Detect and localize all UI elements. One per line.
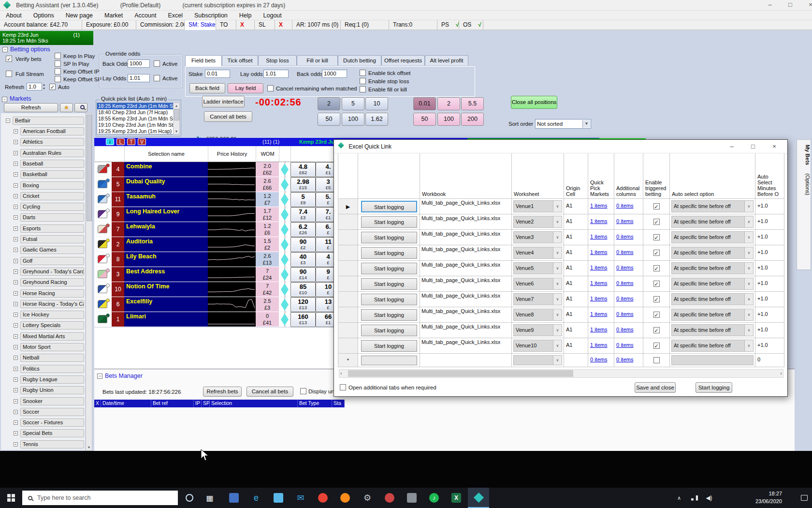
keep-in-play-checkbox[interactable] xyxy=(55,53,61,59)
chevron-down-icon[interactable]: ∨ xyxy=(744,247,753,258)
enable-tick-offset-checkbox[interactable] xyxy=(360,70,366,76)
tree-expand-icon[interactable]: + xyxy=(14,162,18,166)
dialog-row-selector[interactable] xyxy=(338,276,358,292)
worksheet-select[interactable]: Venue10∨ xyxy=(513,340,562,352)
settings-button[interactable]: ⚙ xyxy=(357,488,378,508)
back-price-cell[interactable]: 160£13 xyxy=(290,312,316,327)
full-stream-checkbox[interactable] xyxy=(6,71,12,77)
runner-name[interactable]: Excelfilly xyxy=(124,297,208,312)
chevron-down-icon[interactable]: ∨ xyxy=(553,278,562,289)
back-price-cell[interactable]: 90£14 xyxy=(290,267,316,282)
market-node-soccer-fixtures[interactable]: Soccer - Fixtures xyxy=(20,418,84,427)
chevron-down-icon[interactable]: ∨ xyxy=(553,294,562,305)
minimize-button[interactable]: – xyxy=(761,0,779,11)
additional-columns-link[interactable]: 0 items xyxy=(616,342,633,348)
runner-name[interactable]: Liimari xyxy=(124,312,208,327)
worksheet-select[interactable]: ∨ xyxy=(513,355,562,365)
stake-input[interactable]: 0.01 xyxy=(205,70,230,78)
quick-pick-markets-link[interactable]: 1 items xyxy=(590,234,607,239)
back-odds-input[interactable]: 1000 xyxy=(322,70,347,78)
verify-bets-checkbox[interactable] xyxy=(6,56,12,62)
workbook-cell[interactable]: Multi_tab_page_Quick_Links.xlsx xyxy=(420,199,512,214)
enable-triggered-checkbox[interactable] xyxy=(653,250,660,256)
worksheet-select[interactable]: Venue2∨ xyxy=(513,216,562,228)
markets-scrollbar[interactable]: ▼ xyxy=(86,113,92,451)
market-node-horse-racing-today-s-card[interactable]: Horse Racing - Today's Card xyxy=(20,300,84,308)
tray-chevron-button[interactable]: ∧ xyxy=(673,488,685,508)
override-back-odds-input[interactable]: 1000 xyxy=(128,60,150,68)
cancel-all-bets-button[interactable]: Cancel all bets xyxy=(204,111,252,122)
market-node-cycling[interactable]: Cycling xyxy=(20,203,84,211)
origin-cell[interactable]: A1 xyxy=(564,230,588,245)
chevron-down-icon[interactable]: ∨ xyxy=(553,201,562,212)
lay-active-checkbox[interactable] xyxy=(154,75,160,81)
hedge-diamond-icon[interactable] xyxy=(281,224,289,236)
start-logging-button[interactable]: Start logging xyxy=(361,247,417,259)
quick-pick-item[interactable]: 19:10 Chep 23rd Jun (1m Mdn Stks) xyxy=(97,122,179,128)
market-node-esports[interactable]: Esports xyxy=(20,224,84,233)
pinned-app-red-button[interactable] xyxy=(379,488,400,508)
market-node-lottery-specials[interactable]: Lottery Specials xyxy=(20,321,84,329)
dialog-hscrollbar[interactable]: ‹ › xyxy=(339,369,783,378)
minutes-before-cell[interactable]: +1.0 xyxy=(755,245,784,261)
tree-expand-icon[interactable]: + xyxy=(14,323,18,328)
market-node-cricket[interactable]: Cricket xyxy=(20,192,84,200)
dialog-start-logging-button[interactable]: Start logging xyxy=(696,382,732,393)
back-stake-preset[interactable]: 50 xyxy=(318,113,340,126)
workbook-cell[interactable]: Multi_tab_page_Quick_Links.xlsx xyxy=(420,214,512,230)
quick-pick-markets-link[interactable]: 0 items xyxy=(590,357,607,362)
minutes-before-cell[interactable]: 0 xyxy=(755,354,784,367)
close-all-positions-button[interactable]: Close all positions xyxy=(511,96,557,109)
quick-pick-markets-link[interactable]: 1 items xyxy=(590,296,607,301)
minutes-before-cell[interactable]: +1.0 xyxy=(755,230,784,245)
tree-expand-icon[interactable]: + xyxy=(14,172,18,177)
auto-select-option[interactable]: At specific time before off∨ xyxy=(671,247,754,259)
worksheet-select[interactable]: Venue5∨ xyxy=(513,262,562,274)
menu-item-help[interactable]: Help xyxy=(233,11,258,20)
chevron-down-icon[interactable]: ∨ xyxy=(744,325,753,336)
tab-stop-loss[interactable]: Stop loss xyxy=(258,55,297,65)
pinned-app-blue-button[interactable] xyxy=(223,488,245,508)
market-node-golf[interactable]: Golf xyxy=(20,257,84,265)
quick-pick-scrollbar[interactable]: ▲ ▼ xyxy=(173,103,180,134)
market-node-politics[interactable]: Politics xyxy=(20,365,84,373)
enable-fill-or-kill-checkbox[interactable] xyxy=(360,86,366,92)
store-button[interactable] xyxy=(268,488,289,508)
auto-select-option[interactable] xyxy=(671,355,754,365)
market-node-futsal[interactable]: Futsal xyxy=(20,235,84,243)
chevron-down-icon[interactable]: ∨ xyxy=(553,356,562,365)
lay-stake-preset[interactable]: 200 xyxy=(461,113,484,126)
back-stake-preset[interactable]: 5 xyxy=(342,97,364,110)
tray-volume-button[interactable]: ◀) xyxy=(702,488,716,508)
minutes-before-cell[interactable]: +1.0 xyxy=(755,307,784,323)
minutes-before-cell[interactable]: +1.0 xyxy=(755,323,784,338)
enable-triggered-checkbox[interactable] xyxy=(653,265,660,271)
tree-expand-icon[interactable]: + xyxy=(14,183,18,188)
spotify-button[interactable]: ♪ xyxy=(423,488,445,508)
tree-expand-icon[interactable]: + xyxy=(14,431,18,435)
markets-search-button[interactable] xyxy=(74,103,87,112)
worksheet-select[interactable]: Venue9∨ xyxy=(513,324,562,336)
tree-expand-icon[interactable]: + xyxy=(14,420,18,425)
quick-pick-item[interactable]: 19:25 Kemp 23rd Jun (1m Hcap) xyxy=(97,128,179,134)
additional-columns-link[interactable]: 0 items xyxy=(616,280,633,286)
maximize-button[interactable]: □ xyxy=(781,0,799,11)
tree-expand-icon[interactable]: + xyxy=(14,345,18,349)
market-bar-button-t[interactable]: T xyxy=(127,138,135,145)
start-logging-button[interactable]: Start logging xyxy=(361,340,417,352)
origin-cell[interactable]: A1 xyxy=(564,323,588,338)
market-node-gaelic-games[interactable]: Gaelic Games xyxy=(20,246,84,254)
minutes-before-cell[interactable]: +1.0 xyxy=(755,276,784,292)
start-logging-button[interactable]: Start logging xyxy=(361,263,417,274)
hedge-diamond-icon[interactable] xyxy=(281,299,289,311)
worksheet-select[interactable]: Venue4∨ xyxy=(513,247,562,259)
minutes-before-cell[interactable]: +1.0 xyxy=(755,338,784,354)
start-logging-button[interactable]: Start logging xyxy=(361,325,417,336)
tree-expand-icon[interactable]: + xyxy=(14,226,18,231)
scroll-right-icon[interactable]: › xyxy=(780,370,782,376)
workbook-cell[interactable]: Multi_tab_page_Quick_Links.xlsx xyxy=(420,307,512,323)
market-node-boxing[interactable]: Boxing xyxy=(20,181,84,190)
chevron-down-icon[interactable]: ∨ xyxy=(553,247,562,258)
hedge-diamond-icon[interactable] xyxy=(281,194,289,206)
workbook-cell[interactable]: Multi_tab_page_Quick_Links.xlsx xyxy=(420,323,512,338)
